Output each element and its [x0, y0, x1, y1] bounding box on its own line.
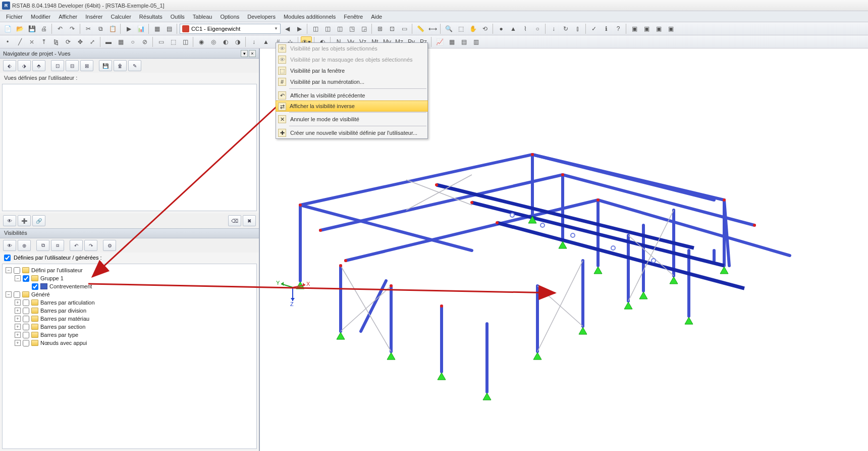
- menu-tableau[interactable]: Tableau: [189, 13, 216, 21]
- legend-button[interactable]: ▥: [470, 36, 481, 47]
- support-button[interactable]: ▲: [508, 23, 519, 34]
- dd-item-hide-selected[interactable]: 👁Visibilité par le masquage des objets s…: [276, 54, 427, 65]
- hinge-button[interactable]: ○: [532, 23, 543, 34]
- workplane-button[interactable]: ▭: [399, 23, 410, 34]
- view-yz-button[interactable]: ◫: [334, 23, 345, 34]
- next-loadcase-button[interactable]: ▶: [294, 23, 305, 34]
- save-button[interactable]: 💾: [26, 23, 37, 34]
- vis-btn-7[interactable]: ⚙: [103, 240, 116, 251]
- menu-developers[interactable]: Developers: [243, 13, 280, 21]
- calc-button[interactable]: ▶: [123, 23, 134, 34]
- menu-calculer[interactable]: Calculer: [106, 13, 135, 21]
- measure-button[interactable]: 📏: [415, 23, 426, 34]
- window-tile2-button[interactable]: ▤: [164, 23, 175, 34]
- view-mode4-button[interactable]: ◑: [232, 36, 243, 47]
- tree-checkbox[interactable]: [32, 283, 38, 290]
- menu-aide[interactable]: Aide: [367, 13, 386, 21]
- member-insert-button[interactable]: ╱: [14, 36, 25, 47]
- hinge2-button[interactable]: ○: [127, 36, 138, 47]
- undo-button[interactable]: ↶: [55, 23, 66, 34]
- move-button[interactable]: ✥: [75, 36, 86, 47]
- tree-checkbox[interactable]: [23, 324, 29, 330]
- spring-button[interactable]: ⌇: [520, 23, 531, 34]
- vis-btn-2[interactable]: ⊕: [18, 240, 31, 251]
- panel-close-button[interactable]: ×: [249, 50, 256, 57]
- plus-icon[interactable]: +: [15, 316, 21, 322]
- tree-node-item[interactable]: + Barres par type: [4, 331, 255, 339]
- tree-checkbox[interactable]: [14, 267, 20, 274]
- module4-button[interactable]: ▣: [665, 23, 676, 34]
- tree-checkbox[interactable]: [23, 275, 29, 282]
- view-add-button[interactable]: ➕: [18, 215, 31, 226]
- diagram-button[interactable]: 📈: [434, 36, 445, 47]
- print-button[interactable]: 🖨: [38, 23, 49, 34]
- mirror-button[interactable]: ⧎: [50, 36, 62, 47]
- help-button[interactable]: ?: [613, 23, 624, 34]
- menu-fichier[interactable]: Fichier: [2, 13, 27, 21]
- visibility-tree[interactable]: − Défini par l'utilisateur − Gruppe 1 Co…: [2, 264, 257, 449]
- section-button[interactable]: ▬: [103, 36, 114, 47]
- tree-node-item[interactable]: + Nœuds avec appui: [4, 339, 255, 347]
- member-split-button[interactable]: ⤫: [26, 36, 37, 47]
- view-link-button[interactable]: 🔗: [32, 215, 45, 226]
- view-front-button[interactable]: ⊟: [66, 60, 79, 71]
- redo-button[interactable]: ↷: [67, 23, 78, 34]
- dd-item-cancel[interactable]: ✕Annuler le mode de visibilité: [276, 114, 427, 125]
- dd-item-previous[interactable]: ↶Afficher la visibilité précédente: [276, 90, 427, 101]
- eccentricity-button[interactable]: ⊘: [139, 36, 150, 47]
- module3-button[interactable]: ▣: [653, 23, 664, 34]
- dd-item-by-numbering[interactable]: #Visibilité par la numérotation...: [276, 76, 427, 87]
- menu-afficher[interactable]: Afficher: [55, 13, 81, 21]
- view-iso3-button[interactable]: ⬘: [32, 60, 45, 71]
- dimension-button[interactable]: ⟷: [427, 23, 438, 34]
- plus-icon[interactable]: +: [15, 324, 21, 330]
- dd-item-by-selected[interactable]: 👁Visibilité par les objets sélectionnés: [276, 43, 427, 54]
- cut-button[interactable]: ✂: [83, 23, 94, 34]
- tree-node-item[interactable]: + Barres par division: [4, 307, 255, 315]
- grid-button[interactable]: ⊞: [374, 23, 386, 34]
- extend-button[interactable]: ⤒: [38, 36, 49, 47]
- view-top-button[interactable]: ⊡: [51, 60, 64, 71]
- window-tile-button[interactable]: ▦: [151, 23, 162, 34]
- view-persp-button[interactable]: ◲: [358, 23, 369, 34]
- tree-node-item[interactable]: + Barres par section: [4, 323, 255, 331]
- menu-modifier[interactable]: Modifier: [27, 13, 55, 21]
- module2-button[interactable]: ▣: [641, 23, 652, 34]
- view-apply-button[interactable]: 👁: [3, 215, 16, 226]
- minus-icon[interactable]: −: [6, 291, 12, 297]
- results-button[interactable]: 📊: [135, 23, 146, 34]
- tree-node-group1[interactable]: − Gruppe 1: [4, 274, 255, 282]
- zoom-extents-button[interactable]: 🔍: [443, 23, 454, 34]
- line-load-button[interactable]: ⫿: [572, 23, 583, 34]
- view-mode2-button[interactable]: ◎: [208, 36, 219, 47]
- module1-button[interactable]: ▣: [629, 23, 640, 34]
- menu-outils[interactable]: Outils: [167, 13, 189, 21]
- select-special-button[interactable]: ⬚: [168, 36, 179, 47]
- plus-icon[interactable]: +: [15, 340, 21, 346]
- menu-options[interactable]: Options: [216, 13, 243, 21]
- tree-checkbox[interactable]: [23, 308, 29, 314]
- paste-button[interactable]: 📋: [107, 23, 118, 34]
- select-line-button[interactable]: ◫: [180, 36, 191, 47]
- copy-button[interactable]: ⧉: [95, 23, 106, 34]
- view-save-button[interactable]: 💾: [99, 60, 112, 71]
- tree-checkbox[interactable]: [14, 291, 20, 298]
- view-iso1-button[interactable]: ⬖: [3, 60, 16, 71]
- menu-modules[interactable]: Modules additionnels: [280, 13, 340, 21]
- plus-icon[interactable]: +: [15, 299, 21, 306]
- vis-btn-4[interactable]: ⧈: [51, 240, 64, 251]
- select-button[interactable]: ▭: [155, 36, 167, 47]
- pan-button[interactable]: ✋: [467, 23, 478, 34]
- plus-icon[interactable]: +: [15, 308, 21, 314]
- minus-icon[interactable]: −: [15, 275, 21, 281]
- info-button[interactable]: ℹ: [601, 23, 612, 34]
- table-button[interactable]: ▦: [446, 36, 457, 47]
- zoom-window-button[interactable]: ⬚: [455, 23, 466, 34]
- tree-node-contreventement[interactable]: Contreventement: [4, 282, 255, 290]
- tree-checkbox[interactable]: [23, 316, 29, 322]
- values-button[interactable]: ▤: [458, 36, 469, 47]
- menu-resultats[interactable]: Résultats: [135, 13, 167, 21]
- vis-btn-1[interactable]: 👁: [3, 240, 16, 251]
- view-mode3-button[interactable]: ◐: [220, 36, 231, 47]
- view-xy-button[interactable]: ◫: [310, 23, 321, 34]
